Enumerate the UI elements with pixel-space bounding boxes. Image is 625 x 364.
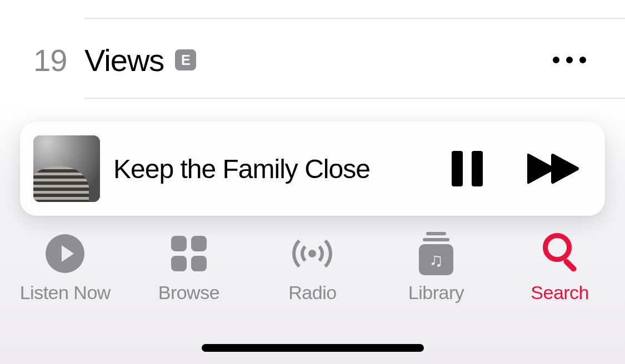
now-playing-title: Keep the Family Close (113, 154, 452, 184)
ellipsis-icon (579, 57, 586, 63)
divider (84, 18, 625, 19)
tab-library[interactable]: ♫ Library (374, 233, 498, 304)
track-number: 19 (33, 42, 83, 78)
explicit-badge: E (175, 49, 196, 70)
tab-label: Browse (158, 282, 219, 304)
grid-icon (171, 236, 207, 271)
ellipsis-icon (553, 57, 559, 63)
track-more-button[interactable] (553, 57, 608, 63)
track-title: Views (84, 42, 164, 78)
tab-radio[interactable]: Radio (251, 233, 374, 304)
tab-label: Listen Now (20, 282, 111, 304)
tab-bar: Listen Now Browse Radio ♫ Library Search (0, 233, 625, 316)
fast-forward-icon (527, 153, 579, 184)
pause-button[interactable] (452, 151, 483, 186)
pause-icon (452, 151, 463, 186)
track-row[interactable]: 19 Views E (0, 32, 625, 88)
tab-search[interactable]: Search (498, 233, 622, 304)
play-circle-icon (46, 234, 84, 273)
fast-forward-button[interactable] (527, 153, 579, 184)
tab-label: Search (531, 282, 589, 304)
ellipsis-icon (566, 57, 573, 63)
playback-controls (452, 151, 579, 186)
home-indicator[interactable] (202, 344, 424, 352)
tab-browse[interactable]: Browse (127, 233, 251, 304)
tab-label: Library (408, 282, 464, 304)
library-icon: ♫ (419, 232, 453, 275)
tab-label: Radio (288, 282, 336, 304)
pause-icon (472, 151, 483, 186)
album-artwork (33, 135, 100, 202)
search-icon (541, 233, 579, 274)
now-playing-bar[interactable]: Keep the Family Close (20, 122, 605, 216)
radio-icon (287, 237, 338, 270)
divider (84, 98, 625, 99)
tab-listen-now[interactable]: Listen Now (3, 233, 127, 304)
